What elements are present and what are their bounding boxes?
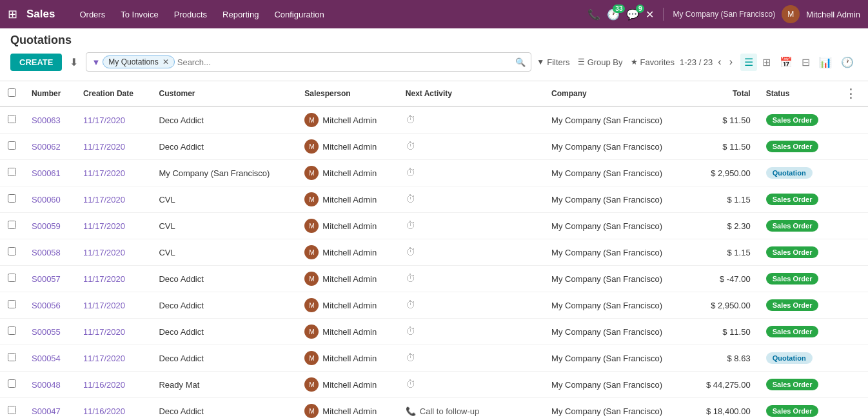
row-customer[interactable]: Deco Addict — [151, 292, 297, 319]
row-number[interactable]: S00048 — [24, 372, 75, 398]
filters-button[interactable]: ▼ Filters — [537, 57, 569, 67]
row-customer[interactable]: Deco Addict — [151, 319, 297, 345]
row-checkbox-cell[interactable] — [0, 319, 24, 345]
row-customer[interactable]: Deco Addict — [151, 398, 297, 421]
row-checkbox[interactable] — [8, 168, 16, 176]
row-checkbox[interactable] — [8, 141, 16, 150]
salesperson-name: Mitchell Admin — [322, 115, 377, 125]
nav-orders[interactable]: Orders — [73, 7, 112, 22]
create-button[interactable]: CREATE — [10, 54, 62, 71]
row-checkbox-cell[interactable] — [0, 186, 24, 213]
row-checkbox[interactable] — [8, 221, 16, 229]
row-customer[interactable]: My Company (San Francisco) — [151, 160, 297, 186]
row-number[interactable]: S00059 — [24, 213, 75, 239]
row-customer[interactable]: Deco Addict — [151, 106, 297, 134]
col-header-more[interactable]: ⋮ — [837, 81, 868, 106]
col-header-salesperson[interactable]: Salesperson — [297, 81, 398, 106]
col-header-creation-date[interactable]: Creation Date — [75, 81, 152, 106]
nav-products[interactable]: Products — [168, 7, 213, 22]
activity-icon[interactable]: 🕐 33 — [607, 8, 620, 21]
row-customer[interactable]: Ready Mat — [151, 372, 297, 398]
row-number[interactable]: S00058 — [24, 239, 75, 266]
row-company: My Company (San Francisco) — [544, 239, 689, 266]
row-checkbox[interactable] — [8, 194, 16, 203]
nav-reporting[interactable]: Reporting — [216, 7, 265, 22]
row-checkbox[interactable] — [8, 274, 16, 282]
calendar-view-icon[interactable]: 📅 — [776, 54, 796, 71]
row-customer[interactable]: CVL — [151, 213, 297, 239]
row-number[interactable]: S00055 — [24, 319, 75, 345]
row-number[interactable]: S00056 — [24, 292, 75, 319]
row-customer[interactable]: Deco Addict — [151, 266, 297, 292]
kanban-view-icon[interactable]: ⊞ — [758, 54, 774, 71]
row-number[interactable]: S00062 — [24, 134, 75, 160]
row-next-activity: ⏱ — [398, 106, 544, 134]
select-all-checkbox[interactable] — [8, 88, 16, 97]
close-icon[interactable]: ✕ — [646, 8, 654, 21]
prev-page-button[interactable]: ‹ — [715, 55, 724, 69]
filter-tag-remove[interactable]: ✕ — [163, 57, 169, 66]
row-date: 11/17/2020 — [75, 160, 152, 186]
search-box: ▼ My Quotations ✕ 🔍 — [86, 52, 531, 72]
row-checkbox-cell[interactable] — [0, 239, 24, 266]
row-salesperson: MMitchell Admin — [297, 160, 398, 186]
row-checkbox[interactable] — [8, 247, 16, 255]
download-icon[interactable]: ⬇ — [67, 54, 81, 71]
select-all-checkbox-header[interactable] — [0, 81, 24, 106]
row-total: $ 2,950.00 — [689, 160, 758, 186]
row-customer[interactable]: CVL — [151, 186, 297, 213]
row-checkbox[interactable] — [8, 326, 16, 335]
row-checkbox-cell[interactable] — [0, 345, 24, 372]
row-checkbox[interactable] — [8, 379, 16, 388]
list-view-icon[interactable]: ☰ — [740, 54, 757, 71]
col-header-company[interactable]: Company — [544, 81, 689, 106]
row-number[interactable]: S00057 — [24, 266, 75, 292]
row-checkbox-cell[interactable] — [0, 266, 24, 292]
chart-view-icon[interactable]: 📊 — [815, 54, 836, 71]
row-number[interactable]: S00047 — [24, 398, 75, 421]
row-total: $ 2.30 — [689, 213, 758, 239]
clock-view-icon[interactable]: 🕐 — [837, 54, 858, 71]
col-header-total[interactable]: Total — [689, 81, 758, 106]
col-header-status[interactable]: Status — [758, 81, 837, 106]
col-header-customer[interactable]: Customer — [151, 81, 297, 106]
row-checkbox[interactable] — [8, 115, 16, 123]
more-options-icon[interactable]: ⋮ — [845, 87, 856, 100]
phone-icon[interactable]: 📞 — [587, 8, 600, 21]
row-checkbox[interactable] — [8, 300, 16, 308]
apps-icon[interactable]: ⊞ — [8, 7, 17, 21]
row-checkbox-cell[interactable] — [0, 213, 24, 239]
row-customer[interactable]: Deco Addict — [151, 134, 297, 160]
search-input[interactable] — [175, 56, 516, 68]
salesperson-avatar: M — [304, 192, 319, 206]
messages-icon[interactable]: 💬 9 — [626, 8, 639, 21]
avatar[interactable]: M — [782, 5, 800, 23]
row-number[interactable]: S00054 — [24, 345, 75, 372]
table-body: S0006311/17/2020Deco AddictMMitchell Adm… — [0, 106, 868, 420]
row-checkbox-cell[interactable] — [0, 160, 24, 186]
nav-to-invoice[interactable]: To Invoice — [114, 7, 165, 22]
group-by-button[interactable]: ☰ Group By — [578, 57, 623, 67]
nav-configuration[interactable]: Configuration — [268, 7, 330, 22]
favorites-button[interactable]: ★ Favorites — [631, 57, 675, 67]
row-checkbox-cell[interactable] — [0, 134, 24, 160]
row-number[interactable]: S00063 — [24, 106, 75, 134]
row-checkbox-cell[interactable] — [0, 398, 24, 421]
row-checkbox-cell[interactable] — [0, 106, 24, 134]
row-checkbox[interactable] — [8, 353, 16, 361]
row-number[interactable]: S00060 — [24, 186, 75, 213]
row-status: Sales Order — [758, 266, 837, 292]
row-checkbox[interactable] — [8, 406, 16, 414]
row-number[interactable]: S00061 — [24, 160, 75, 186]
row-next-activity: ⏱ — [398, 292, 544, 319]
col-header-number[interactable]: Number — [24, 81, 75, 106]
row-company: My Company (San Francisco) — [544, 319, 689, 345]
row-customer[interactable]: Deco Addict — [151, 345, 297, 372]
row-checkbox-cell[interactable] — [0, 372, 24, 398]
row-customer[interactable]: CVL — [151, 239, 297, 266]
col-header-next-activity[interactable]: Next Activity — [398, 81, 544, 106]
table-container: Number Creation Date Customer Salesperso… — [0, 81, 868, 420]
next-page-button[interactable]: › — [727, 55, 735, 69]
grid-view-icon[interactable]: ⊟ — [798, 54, 814, 71]
row-checkbox-cell[interactable] — [0, 292, 24, 319]
